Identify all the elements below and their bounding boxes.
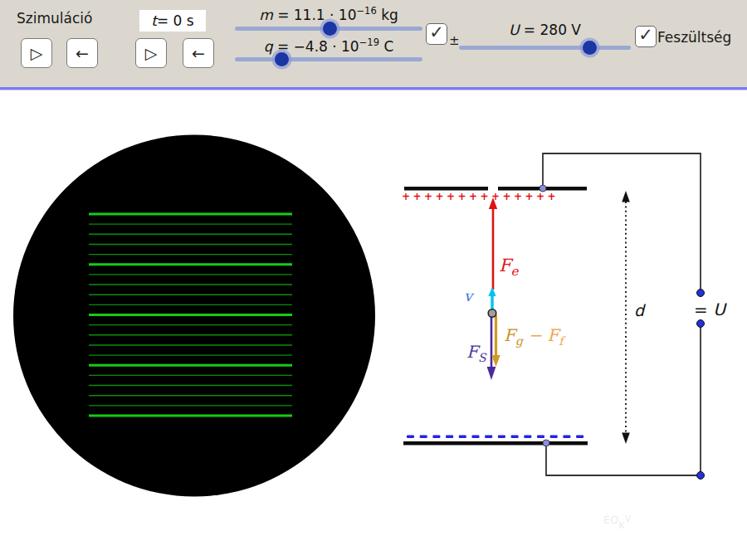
charge-variable: q xyxy=(264,38,273,55)
wire-bottom xyxy=(546,443,701,475)
plus-charge-symbol: + xyxy=(402,191,410,202)
minus-charge-symbol xyxy=(407,436,414,439)
top-plate-connection-point xyxy=(540,185,546,192)
minus-charge-symbol xyxy=(550,436,558,439)
plus-charge-symbol: + xyxy=(525,191,533,202)
voltage-visibility-checkbox[interactable]: ✓ xyxy=(635,26,657,47)
back-arrow-icon: ← xyxy=(192,46,205,61)
mass-slider-thumb[interactable] xyxy=(323,22,337,36)
simulation-play-button[interactable]: ▷ xyxy=(21,38,52,68)
stokes-force-arrowhead xyxy=(487,367,496,380)
charge-slider-thumb[interactable] xyxy=(275,52,289,66)
top-plate-charges: ++++++++++++++ xyxy=(402,191,556,202)
time-play-button[interactable]: ▷ xyxy=(135,38,167,68)
wire-corner-point xyxy=(697,472,705,480)
mass-variable: m xyxy=(259,7,273,23)
mass-unit: kg xyxy=(377,7,398,23)
velocity-label: v xyxy=(464,287,475,304)
voltage-slider-label: U = 280 V xyxy=(459,22,631,38)
stokes-force-label: FS xyxy=(466,342,487,364)
plus-charge-symbol: + xyxy=(502,191,510,202)
plus-charge-symbol: + xyxy=(424,191,432,202)
plus-charge-symbol: + xyxy=(536,191,544,202)
plus-charge-symbol: + xyxy=(480,191,488,202)
battery-voltage-label: = U xyxy=(694,299,727,319)
time-reset-button[interactable]: ← xyxy=(183,38,214,68)
distance-arrowhead-down xyxy=(622,433,630,445)
charge-value: = −4.8 · 10 xyxy=(273,38,359,55)
voltage-checkbox-label: Feszültség xyxy=(657,29,731,46)
charge-slider-track[interactable] xyxy=(235,57,422,61)
play-icon: ▷ xyxy=(31,46,43,61)
plus-charge-symbol: + xyxy=(413,191,421,202)
minus-charge-symbol xyxy=(446,436,453,439)
plus-charge-symbol: + xyxy=(469,191,477,202)
plus-charge-symbol: + xyxy=(457,191,466,202)
electric-force-label: Fe xyxy=(499,256,520,279)
time-display: t = 0 s xyxy=(139,10,206,32)
mass-slider-label: m = 11.1 · 10−16 kg xyxy=(235,5,422,23)
top-plate-left-segment xyxy=(404,187,488,191)
minus-charge-symbol xyxy=(524,436,531,439)
voltage-variable: U xyxy=(509,22,519,38)
bottom-plate-charges xyxy=(407,436,583,439)
charge-slider-label: q = −4.8 · 10−19 C xyxy=(235,37,422,55)
battery-terminal-top xyxy=(697,290,705,297)
plus-charge-symbol: + xyxy=(447,191,455,202)
minus-charge-symbol xyxy=(432,436,440,439)
mass-exponent: −16 xyxy=(356,5,376,17)
oil-droplet[interactable] xyxy=(488,309,496,318)
plusminus-checkbox[interactable]: ✓ xyxy=(426,23,447,45)
voltage-value: = 280 V xyxy=(519,22,581,38)
bottom-plate xyxy=(403,441,588,446)
back-arrow-icon: ← xyxy=(76,46,89,61)
checkmark-icon: ✓ xyxy=(429,24,444,41)
weight-force-label: Fg − Ff xyxy=(504,325,566,348)
minus-charge-symbol xyxy=(563,436,570,439)
app-window: Szimuláció ▷ ← t = 0 s ▷ ← m = 11.1 · 10… xyxy=(0,0,747,560)
charge-exponent: −19 xyxy=(359,37,379,48)
plus-charge-symbol: + xyxy=(435,191,443,202)
toolbar: Szimuláció ▷ ← t = 0 s ▷ ← m = 11.1 · 10… xyxy=(0,0,747,90)
play-icon: ▷ xyxy=(145,46,158,61)
charge-unit: C xyxy=(379,38,393,55)
weight-force-arrowhead xyxy=(491,355,500,367)
checkmark-icon: ✓ xyxy=(638,27,653,44)
minus-charge-symbol xyxy=(511,436,519,439)
plusminus-label: ± xyxy=(449,33,460,48)
wire-top xyxy=(543,153,701,292)
minus-charge-symbol xyxy=(459,436,466,439)
mass-value: = 11.1 · 10 xyxy=(273,7,357,23)
simulation-reset-button[interactable]: ← xyxy=(66,38,98,68)
minus-charge-symbol xyxy=(498,436,505,439)
voltage-slider-track[interactable] xyxy=(459,46,631,50)
minus-charge-symbol xyxy=(472,436,480,439)
distance-arrowhead-up xyxy=(622,191,630,202)
minus-charge-symbol xyxy=(576,436,583,439)
minus-charge-symbol xyxy=(537,436,544,439)
minus-charge-symbol xyxy=(420,436,427,439)
reticle-lines xyxy=(89,214,292,416)
bottom-plate-connection-point xyxy=(543,440,549,446)
time-value: = 0 s xyxy=(157,12,194,29)
plus-charge-symbol: + xyxy=(514,191,522,202)
distance-label: d xyxy=(634,301,646,319)
voltage-slider-thumb[interactable] xyxy=(583,41,597,55)
watermark: ÉOKV xyxy=(603,514,632,531)
time-variable: t xyxy=(151,12,157,29)
minus-charge-symbol xyxy=(485,436,492,439)
simulation-label: Szimuláció xyxy=(17,10,92,27)
plus-charge-symbol: + xyxy=(547,191,555,202)
battery-terminal-bottom xyxy=(697,320,705,328)
